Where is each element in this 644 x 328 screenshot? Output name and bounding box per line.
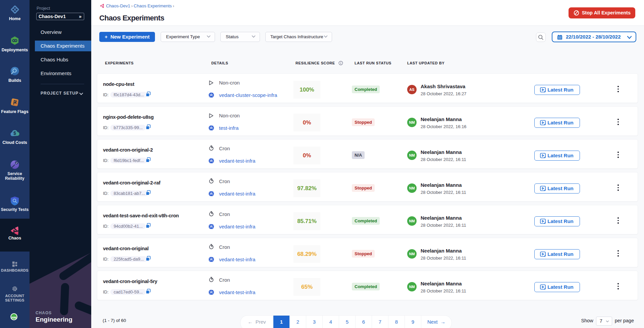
svg-text:$: $ bbox=[13, 130, 16, 136]
